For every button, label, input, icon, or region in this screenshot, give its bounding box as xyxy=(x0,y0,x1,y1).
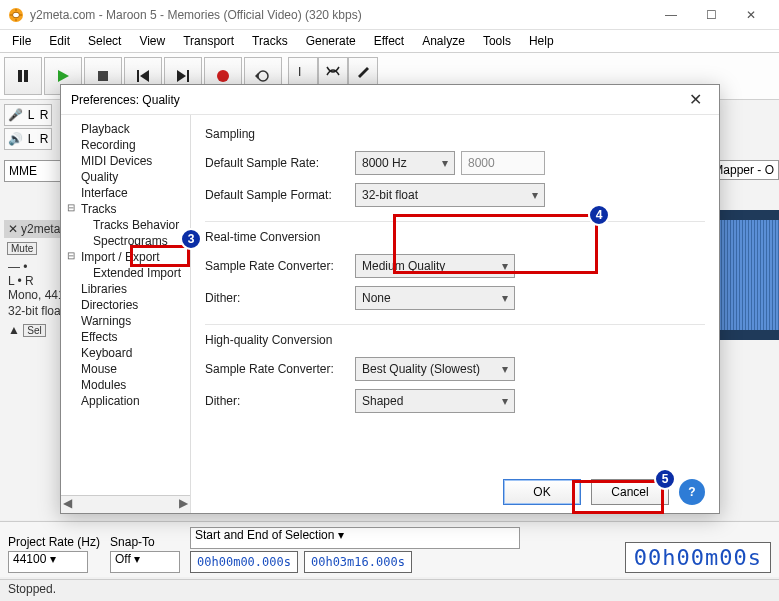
svg-rect-6 xyxy=(137,70,139,82)
ok-button[interactable]: OK xyxy=(503,479,581,505)
svg-rect-9 xyxy=(187,70,189,82)
default-sample-rate-combo[interactable]: 8000 Hz▾ xyxy=(355,151,455,175)
tree-quality[interactable]: Quality xyxy=(63,169,188,185)
tree-effects[interactable]: Effects xyxy=(63,329,188,345)
waveform-display[interactable] xyxy=(719,210,779,340)
menu-analyze[interactable]: Analyze xyxy=(414,32,473,50)
draw-tool-icon[interactable] xyxy=(348,57,378,85)
selection-mode-combo[interactable]: Start and End of Selection ▾ xyxy=(190,527,520,549)
section-highq: High-quality Conversion xyxy=(205,333,705,347)
default-sample-rate-input[interactable]: 8000 xyxy=(461,151,545,175)
label-rt-dither: Dither: xyxy=(205,291,355,305)
tree-hscrollbar[interactable]: ◀▶ xyxy=(61,495,190,513)
svg-marker-11 xyxy=(255,73,258,79)
preferences-tree[interactable]: Playback Recording MIDI Devices Quality … xyxy=(61,115,191,513)
preferences-panel: Sampling Default Sample Rate: 8000 Hz▾ 8… xyxy=(191,115,719,513)
menu-tracks[interactable]: Tracks xyxy=(244,32,296,50)
svg-marker-4 xyxy=(58,70,69,82)
menu-transport[interactable]: Transport xyxy=(175,32,242,50)
rec-meter-row[interactable]: 🎤LR xyxy=(4,104,52,126)
audio-host-combo[interactable]: MME xyxy=(4,160,64,182)
mic-icon: 🎤 xyxy=(8,108,23,122)
track-close-icon[interactable]: ✕ xyxy=(8,222,18,236)
tree-extended-import[interactable]: Extended Import xyxy=(63,265,188,281)
svg-marker-7 xyxy=(140,70,149,82)
hq-converter-combo[interactable]: Best Quality (Slowest)▾ xyxy=(355,357,515,381)
snap-to-label: Snap-To xyxy=(110,535,180,549)
selection-end-time[interactable]: 00h03m16.000s xyxy=(304,551,412,573)
project-rate-combo[interactable]: 44100 ▾ xyxy=(8,551,88,573)
rt-converter-combo[interactable]: Medium Quality▾ xyxy=(355,254,515,278)
section-sampling: Sampling xyxy=(205,127,705,141)
preferences-dialog: Preferences: Quality ✕ Playback Recordin… xyxy=(60,84,720,514)
tree-import-export[interactable]: Import / Export xyxy=(63,249,188,265)
dialog-titlebar: Preferences: Quality ✕ xyxy=(61,85,719,115)
tree-recording[interactable]: Recording xyxy=(63,137,188,153)
label-rt-converter: Sample Rate Converter: xyxy=(205,259,355,273)
default-sample-format-combo[interactable]: 32-bit float▾ xyxy=(355,183,545,207)
help-icon[interactable]: ? xyxy=(679,479,705,505)
tree-spectrograms[interactable]: Spectrograms xyxy=(63,233,188,249)
svg-rect-5 xyxy=(98,71,108,81)
status-bar: Stopped. xyxy=(0,579,779,601)
cancel-button[interactable]: Cancel xyxy=(591,479,669,505)
tree-application[interactable]: Application xyxy=(63,393,188,409)
selection-bar: Project Rate (Hz) 44100 ▾ Snap-To Off ▾ … xyxy=(0,521,779,577)
svg-rect-2 xyxy=(18,70,22,82)
menu-edit[interactable]: Edit xyxy=(41,32,78,50)
pause-button[interactable] xyxy=(4,57,42,95)
label-hq-converter: Sample Rate Converter: xyxy=(205,362,355,376)
tree-interface[interactable]: Interface xyxy=(63,185,188,201)
envelope-tool-icon[interactable] xyxy=(318,57,348,85)
track-name[interactable]: y2meta xyxy=(21,222,60,236)
menu-effect[interactable]: Effect xyxy=(366,32,412,50)
svg-marker-8 xyxy=(177,70,186,82)
tree-midi[interactable]: MIDI Devices xyxy=(63,153,188,169)
app-logo-icon xyxy=(8,7,24,23)
dialog-close-button[interactable]: ✕ xyxy=(681,90,709,109)
section-realtime: Real-time Conversion xyxy=(205,230,705,244)
tree-libraries[interactable]: Libraries xyxy=(63,281,188,297)
svg-text:I: I xyxy=(298,65,301,79)
label-hq-dither: Dither: xyxy=(205,394,355,408)
menu-select[interactable]: Select xyxy=(80,32,129,50)
selection-tool-icon[interactable]: I xyxy=(288,57,318,85)
tree-mouse[interactable]: Mouse xyxy=(63,361,188,377)
window-title: y2meta.com - Maroon 5 - Memories (Offici… xyxy=(30,8,651,22)
svg-marker-13 xyxy=(358,67,369,78)
tree-tracks[interactable]: Tracks xyxy=(63,201,188,217)
close-button[interactable]: ✕ xyxy=(731,1,771,29)
rt-dither-combo[interactable]: None▾ xyxy=(355,286,515,310)
svg-point-10 xyxy=(217,70,229,82)
play-position-time[interactable]: 00h00m00s xyxy=(625,542,771,573)
selection-start-time[interactable]: 00h00m00.000s xyxy=(190,551,298,573)
svg-rect-3 xyxy=(24,70,28,82)
tree-tracks-behavior[interactable]: Tracks Behavior xyxy=(63,217,188,233)
play-meter-row[interactable]: 🔊LR xyxy=(4,128,52,150)
menu-file[interactable]: File xyxy=(4,32,39,50)
label-default-rate: Default Sample Rate: xyxy=(205,156,355,170)
speaker-icon: 🔊 xyxy=(8,132,23,146)
mute-button[interactable]: Mute xyxy=(7,242,37,255)
hq-dither-combo[interactable]: Shaped▾ xyxy=(355,389,515,413)
menu-view[interactable]: View xyxy=(131,32,173,50)
project-rate-label: Project Rate (Hz) xyxy=(8,535,100,549)
menu-bar: File Edit Select View Transport Tracks G… xyxy=(0,30,779,53)
maximize-button[interactable]: ☐ xyxy=(691,1,731,29)
tree-warnings[interactable]: Warnings xyxy=(63,313,188,329)
minimize-button[interactable]: — xyxy=(651,1,691,29)
tree-directories[interactable]: Directories xyxy=(63,297,188,313)
tree-keyboard[interactable]: Keyboard xyxy=(63,345,188,361)
label-default-format: Default Sample Format: xyxy=(205,188,355,202)
tree-playback[interactable]: Playback xyxy=(63,121,188,137)
menu-generate[interactable]: Generate xyxy=(298,32,364,50)
menu-help[interactable]: Help xyxy=(521,32,562,50)
svg-point-1 xyxy=(13,12,20,18)
window-titlebar: y2meta.com - Maroon 5 - Memories (Offici… xyxy=(0,0,779,30)
tree-modules[interactable]: Modules xyxy=(63,377,188,393)
menu-tools[interactable]: Tools xyxy=(475,32,519,50)
dialog-title: Preferences: Quality xyxy=(71,93,681,107)
select-button[interactable]: Sel xyxy=(23,324,45,337)
snap-to-combo[interactable]: Off ▾ xyxy=(110,551,180,573)
